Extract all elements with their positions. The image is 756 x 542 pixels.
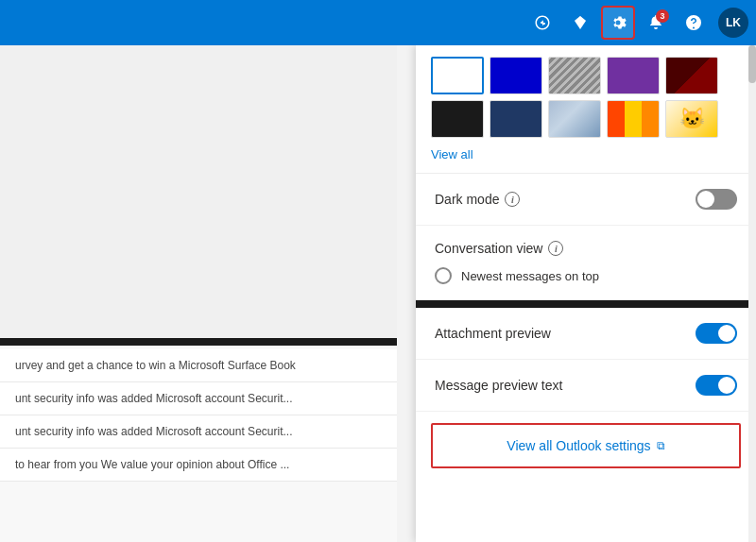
swatch-row-1 [431, 57, 741, 94]
email-item[interactable]: unt security info was added Microsoft ac… [0, 382, 397, 415]
theme-swatch-black[interactable] [431, 100, 484, 138]
toggle-thumb [697, 191, 714, 208]
svg-marker-1 [575, 16, 586, 22]
scrollbar-thumb[interactable] [748, 45, 756, 83]
attachment-preview-label: Attachment preview [435, 326, 551, 341]
dark-mode-label: Dark mode i [435, 192, 520, 207]
header-bar: 3 LK [0, 0, 756, 45]
panel-top [0, 45, 397, 338]
external-link-icon: ⧉ [657, 439, 665, 452]
email-list: urvey and get a chance to win a Microsof… [0, 346, 397, 485]
newest-messages-option[interactable]: Newest messages on top [435, 263, 737, 288]
dark-separator [416, 300, 756, 308]
theme-swatch-blueprint[interactable] [548, 100, 601, 138]
theme-swatch-blue[interactable] [490, 57, 542, 94]
email-text: unt security info was added Microsoft ac… [15, 425, 382, 438]
swatch-row-2: 🐱 [431, 100, 741, 138]
theme-section: 🐱 View all [416, 45, 756, 174]
email-text: unt security info was added Microsoft ac… [15, 392, 382, 405]
view-outlook-settings-label: View all Outlook settings [507, 438, 650, 453]
theme-swatch-cat[interactable]: 🐱 [665, 100, 718, 138]
theme-swatch-purple[interactable] [607, 57, 660, 94]
view-all-link[interactable]: View all [431, 147, 473, 161]
attachment-preview-row: Attachment preview [416, 308, 756, 360]
theme-swatch-darkred[interactable] [665, 57, 718, 94]
dark-mode-info-icon[interactable]: i [505, 192, 520, 207]
email-item[interactable]: to hear from you We value your opinion a… [0, 449, 397, 482]
toggle-thumb [718, 325, 735, 342]
message-preview-label: Message preview text [435, 378, 562, 393]
avatar[interactable]: LK [718, 8, 748, 38]
gem-button[interactable] [563, 6, 597, 40]
email-item[interactable]: unt security info was added Microsoft ac… [0, 415, 397, 449]
notifications-button[interactable]: 3 [639, 6, 673, 40]
attachment-preview-text: Attachment preview [435, 326, 551, 341]
divider [0, 338, 397, 346]
theme-swatch-navy[interactable] [490, 100, 542, 138]
help-button[interactable] [677, 6, 711, 40]
message-preview-toggle[interactable] [696, 375, 737, 396]
email-item[interactable]: urvey and get a chance to win a Microsof… [0, 349, 397, 382]
view-outlook-settings-link[interactable]: View all Outlook settings ⧉ [507, 438, 664, 453]
conversation-view-label: Conversation view [435, 241, 542, 256]
theme-swatch-pattern[interactable] [548, 57, 601, 94]
dark-mode-text: Dark mode [435, 192, 499, 207]
theme-swatch-lego[interactable] [607, 100, 660, 138]
email-list-panel: urvey and get a chance to win a Microsof… [0, 45, 397, 542]
message-preview-text: Message preview text [435, 378, 562, 393]
email-text: urvey and get a chance to win a Microsof… [15, 359, 382, 372]
conversation-view-section: Conversation view i Newest messages on t… [416, 226, 756, 300]
radio-circle [435, 267, 452, 284]
message-preview-row: Message preview text [416, 360, 756, 412]
settings-panel: 🐱 View all Dark mode i Conversation view… [416, 45, 756, 542]
conversation-view-info-icon[interactable]: i [548, 241, 563, 256]
dark-mode-toggle[interactable] [696, 189, 737, 210]
skype-button[interactable] [525, 6, 559, 40]
view-outlook-settings-container[interactable]: View all Outlook settings ⧉ [431, 423, 741, 468]
toggle-thumb [718, 377, 735, 394]
scrollbar-track[interactable] [748, 45, 756, 542]
attachment-preview-toggle[interactable] [696, 323, 737, 344]
theme-swatch-white[interactable] [431, 57, 484, 94]
newest-messages-label: Newest messages on top [461, 269, 599, 283]
dark-mode-row: Dark mode i [416, 174, 756, 226]
notification-badge: 3 [656, 9, 669, 23]
conversation-view-header: Conversation view i [435, 226, 737, 263]
header-icons: 3 LK [525, 6, 748, 40]
settings-button[interactable] [601, 6, 635, 40]
email-text: to hear from you We value your opinion a… [15, 458, 382, 471]
